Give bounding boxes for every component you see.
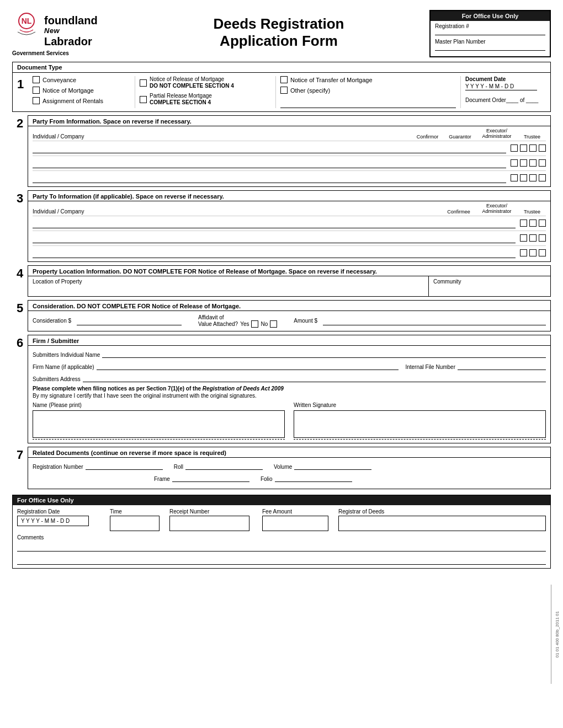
comments-label: Comments bbox=[17, 534, 546, 540]
partial-release-label: Partial Release MortgageCOMPLETE SECTION… bbox=[150, 93, 212, 106]
amount-input[interactable] bbox=[323, 317, 546, 325]
section2-row3-executor[interactable] bbox=[529, 174, 537, 181]
please-complete-label: Please complete when filing notices as p… bbox=[33, 386, 201, 392]
section2-row3 bbox=[33, 170, 546, 185]
comments-line1[interactable] bbox=[17, 542, 546, 552]
section2-row1-executor[interactable] bbox=[529, 144, 537, 152]
address-input[interactable] bbox=[83, 373, 546, 382]
frame-input[interactable] bbox=[172, 473, 249, 482]
section3-row1-trustee[interactable] bbox=[539, 220, 546, 227]
notice-mortgage-label: Notice of Mortgage bbox=[43, 87, 94, 94]
affidavit-yes-checkbox[interactable] bbox=[251, 320, 258, 328]
section7-wrapper: 7 Related Documents (continue on reverse… bbox=[12, 447, 551, 493]
section3-row2-trustee[interactable] bbox=[539, 234, 546, 242]
name-print-label: Name (Please print) bbox=[33, 402, 285, 408]
registrar-input[interactable] bbox=[338, 516, 546, 531]
confirmee-label: Confirmee bbox=[442, 209, 475, 215]
section7-header: Related Documents (continue on reverse i… bbox=[28, 447, 550, 458]
consideration-dollar-label: Consideration $ bbox=[33, 318, 71, 324]
checkbox-assignment-rentals[interactable] bbox=[33, 97, 40, 104]
reg-number-label: Registration Number bbox=[33, 464, 83, 470]
submitter-name-input[interactable] bbox=[102, 349, 546, 358]
section3-row2-confirmee[interactable] bbox=[520, 234, 527, 242]
release-mortgage-label: Notice of Release of MortgageDO NOT COMP… bbox=[150, 76, 234, 89]
comments-line2[interactable] bbox=[17, 555, 546, 565]
section2-row1 bbox=[33, 141, 546, 156]
volume-input[interactable] bbox=[294, 461, 371, 470]
comments-area: Comments bbox=[17, 534, 546, 565]
section2-row1-trustee[interactable] bbox=[539, 144, 546, 152]
roll-input[interactable] bbox=[185, 461, 263, 470]
name-print-box[interactable] bbox=[33, 410, 285, 438]
signature-col: Written Signature bbox=[294, 402, 546, 440]
registrar-col: Registrar of Deeds bbox=[338, 508, 546, 531]
section5-number: 5 bbox=[12, 300, 28, 315]
section6-firm: Firm / Submitter Submitters Individual N… bbox=[28, 335, 551, 443]
signature-box[interactable] bbox=[294, 410, 546, 438]
fee-col: Fee Amount bbox=[262, 508, 334, 531]
section2-row3-confirmor[interactable] bbox=[511, 174, 518, 181]
section2-row3-trustee[interactable] bbox=[539, 174, 546, 181]
reg-number-input[interactable] bbox=[86, 461, 163, 470]
section2-row2-guarantor[interactable] bbox=[520, 159, 527, 167]
section2-row3-guarantor[interactable] bbox=[520, 174, 527, 181]
time-input[interactable] bbox=[110, 516, 160, 531]
logo-area: NL foundland New Labrador Government Ser… bbox=[12, 10, 128, 56]
section3-row3-executor[interactable] bbox=[529, 249, 537, 256]
section2-row2-confirmor[interactable] bbox=[511, 159, 518, 167]
section3-row1-executor[interactable] bbox=[529, 220, 537, 227]
master-plan-label: Master Plan Number bbox=[435, 39, 545, 45]
section3-number: 3 bbox=[12, 190, 28, 206]
office-use-header: For Office Use Only bbox=[431, 11, 550, 21]
consideration-input[interactable] bbox=[77, 317, 182, 325]
checkbox-partial-release[interactable] bbox=[140, 96, 147, 103]
registration-number-label: Registration # bbox=[435, 23, 545, 29]
affidavit-no-checkbox[interactable] bbox=[270, 320, 277, 328]
form-title-line2: Application Form bbox=[128, 33, 429, 50]
section2-row1-guarantor[interactable] bbox=[520, 144, 527, 152]
checkbox-notice-mortgage[interactable] bbox=[33, 87, 40, 94]
section3-row3-confirmee[interactable] bbox=[520, 249, 527, 256]
section3-row1 bbox=[33, 216, 546, 231]
name-print-col: Name (Please print) bbox=[33, 402, 285, 440]
volume-label: Volume bbox=[274, 464, 292, 470]
submitter-name-row: Submitters Individual Name bbox=[33, 349, 546, 358]
section3-row1-confirmee[interactable] bbox=[520, 220, 527, 227]
section5-consideration: Consideration. DO NOT COMPLETE FOR Notic… bbox=[28, 300, 551, 331]
folio-label: Folio bbox=[261, 476, 273, 482]
section2-row2-executor[interactable] bbox=[529, 159, 537, 167]
roll-label: Roll bbox=[174, 464, 183, 470]
section1-header: Document Type bbox=[13, 62, 550, 73]
section2-row1-confirmor[interactable] bbox=[511, 144, 518, 152]
checkbox-transfer-mortgage[interactable] bbox=[280, 76, 288, 83]
firm-name-input[interactable] bbox=[97, 361, 399, 370]
checkbox-other-row: Other (specify) bbox=[280, 87, 456, 94]
section3-row3-trustee[interactable] bbox=[539, 249, 546, 256]
name-print-dashed-line bbox=[33, 439, 285, 440]
assignment-rentals-label: Assignment of Rentals bbox=[43, 98, 103, 104]
folio-input[interactable] bbox=[275, 473, 352, 482]
checkbox-release-mortgage-row: Notice of Release of MortgageDO NOT COMP… bbox=[140, 76, 271, 89]
checkbox-notice-mortgage-row: Notice of Mortgage bbox=[33, 87, 130, 94]
internal-file-input[interactable] bbox=[458, 361, 546, 370]
section2-number: 2 bbox=[12, 115, 28, 131]
registration-number-field: Registration # bbox=[435, 23, 545, 35]
section2-wrapper: 2 Party From Information. Space on rever… bbox=[12, 115, 551, 190]
firm-name-label: Firm Name (if applicable) bbox=[33, 364, 94, 370]
checkbox-release-mortgage[interactable] bbox=[140, 79, 147, 87]
receipt-input[interactable] bbox=[169, 516, 249, 531]
checkbox-other[interactable] bbox=[280, 87, 288, 94]
section2-row2-trustee[interactable] bbox=[539, 159, 546, 167]
reg-date-input[interactable]: Y Y Y Y - M M - D D bbox=[17, 516, 89, 526]
doc-date-label: Document Date bbox=[465, 76, 506, 82]
section2-row2 bbox=[33, 156, 546, 170]
office-use-box: For Office Use Only Registration # Maste… bbox=[429, 10, 551, 57]
svg-text:NL: NL bbox=[22, 17, 32, 25]
fee-input[interactable] bbox=[262, 516, 328, 531]
confirmor-label: Confirmor bbox=[412, 134, 443, 140]
section3-row2-executor[interactable] bbox=[529, 234, 537, 242]
checkbox-conveyance[interactable] bbox=[33, 76, 40, 83]
section2-header: Party From Information. Space on reverse… bbox=[28, 116, 550, 126]
logo-newfoundland: foundland bbox=[44, 14, 98, 27]
section3-party-to: Party To Information (if applicable). Sp… bbox=[28, 190, 551, 262]
